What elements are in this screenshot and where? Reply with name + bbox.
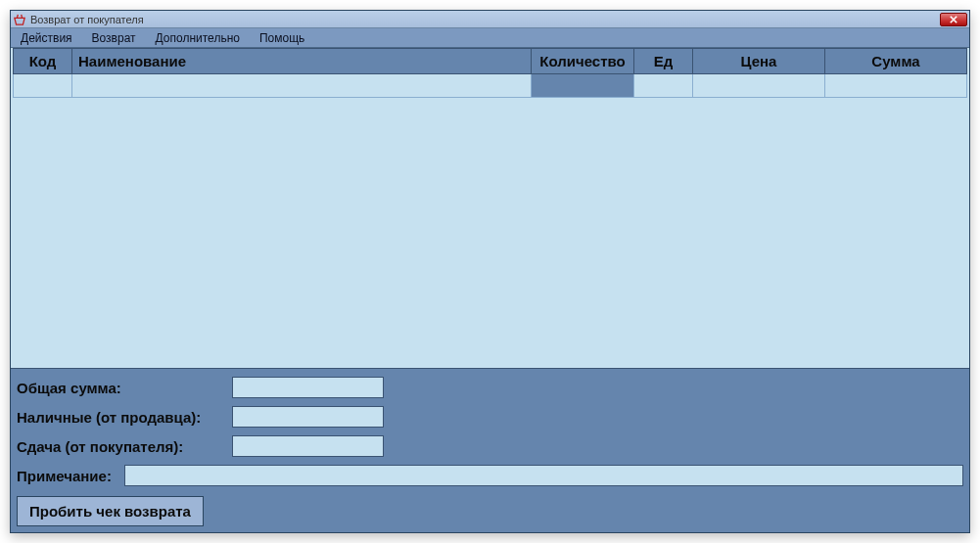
col-header-unit[interactable]: Ед <box>634 49 693 74</box>
button-row: Пробить чек возврата <box>17 494 963 526</box>
total-input[interactable] <box>232 377 384 398</box>
grid-wrap: Код Наименование Количество Ед Цена Сумм… <box>13 48 967 368</box>
row-total: Общая сумма: <box>17 377 963 398</box>
menu-extra[interactable]: Дополнительно <box>146 28 250 47</box>
total-label: Общая сумма: <box>17 380 232 396</box>
cell-price[interactable] <box>693 74 825 98</box>
cell-unit[interactable] <box>634 74 693 98</box>
submit-return-button[interactable]: Пробить чек возврата <box>17 496 204 526</box>
col-header-code[interactable]: Код <box>14 49 72 74</box>
items-table[interactable]: Код Наименование Количество Ед Цена Сумм… <box>13 48 967 98</box>
change-label: Сдача (от покупателя): <box>17 438 232 455</box>
change-input[interactable] <box>232 435 384 457</box>
row-change: Сдача (от покупателя): <box>17 435 963 457</box>
cash-label: Наличные (от продавца): <box>17 409 232 426</box>
row-note: Примечание: <box>17 465 963 486</box>
cash-input[interactable] <box>232 406 384 428</box>
menubar: Действия Возврат Дополнительно Помощь <box>11 28 969 48</box>
table-row[interactable] <box>14 74 967 98</box>
basket-icon <box>13 14 26 25</box>
titlebar[interactable]: Возврат от покупателя <box>11 11 969 28</box>
cell-sum[interactable] <box>825 74 967 98</box>
window-title: Возврат от покупателя <box>30 14 940 25</box>
menu-actions[interactable]: Действия <box>11 28 82 47</box>
col-header-qty[interactable]: Количество <box>532 49 634 74</box>
return-window: Возврат от покупателя Действия Возврат Д… <box>10 10 970 533</box>
content-area: Код Наименование Количество Ед Цена Сумм… <box>11 48 969 532</box>
cell-code[interactable] <box>14 74 72 98</box>
row-cash: Наличные (от продавца): <box>17 406 963 428</box>
col-header-name[interactable]: Наименование <box>72 49 532 74</box>
cell-name[interactable] <box>72 74 532 98</box>
note-label: Примечание: <box>17 468 124 484</box>
close-button[interactable] <box>940 13 967 26</box>
menu-return[interactable]: Возврат <box>82 28 146 47</box>
menu-help[interactable]: Помощь <box>250 28 314 47</box>
col-header-price[interactable]: Цена <box>693 49 825 74</box>
note-input[interactable] <box>124 465 963 486</box>
bottom-panel: Общая сумма: Наличные (от продавца): Сда… <box>11 368 969 532</box>
cell-qty[interactable] <box>532 74 634 98</box>
col-header-sum[interactable]: Сумма <box>825 49 967 74</box>
